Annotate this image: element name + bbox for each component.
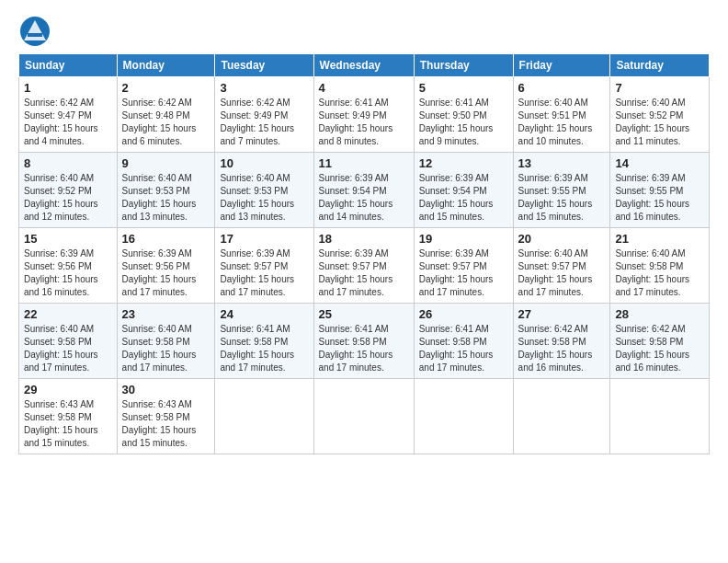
day-info: Sunrise: 6:41 AM Sunset: 9:58 PM Dayligh… — [319, 323, 409, 374]
calendar-cell: 11 Sunrise: 6:39 AM Sunset: 9:54 PM Dayl… — [313, 153, 414, 228]
calendar-week-2: 15 Sunrise: 6:39 AM Sunset: 9:56 PM Dayl… — [19, 228, 710, 304]
calendar-cell: 3 Sunrise: 6:42 AM Sunset: 9:49 PM Dayli… — [215, 77, 313, 153]
sunset-label: Sunset: 9:54 PM — [419, 186, 487, 196]
daylight-label: Daylight: 15 hours and 17 minutes. — [615, 274, 689, 297]
calendar-cell: 4 Sunrise: 6:41 AM Sunset: 9:49 PM Dayli… — [313, 77, 414, 153]
day-info: Sunrise: 6:41 AM Sunset: 9:58 PM Dayligh… — [419, 323, 508, 374]
col-sunday: Sunday — [19, 54, 118, 77]
daylight-label: Daylight: 15 hours and 9 minutes. — [419, 123, 494, 146]
calendar-header-row: Sunday Monday Tuesday Wednesday Thursday… — [19, 54, 710, 77]
sunset-label: Sunset: 9:49 PM — [319, 110, 387, 121]
day-info: Sunrise: 6:43 AM Sunset: 9:58 PM Dayligh… — [24, 398, 112, 450]
day-number: 7 — [615, 81, 704, 95]
day-info: Sunrise: 6:40 AM Sunset: 9:57 PM Dayligh… — [518, 247, 606, 299]
calendar-week-3: 22 Sunrise: 6:40 AM Sunset: 9:58 PM Dayl… — [19, 304, 710, 379]
daylight-label: Daylight: 15 hours and 17 minutes. — [24, 350, 98, 373]
calendar-cell: 9 Sunrise: 6:40 AM Sunset: 9:53 PM Dayli… — [117, 153, 215, 228]
sunrise-label: Sunrise: 6:40 AM — [24, 173, 94, 183]
sunset-label: Sunset: 9:58 PM — [122, 412, 190, 422]
sunset-label: Sunset: 9:58 PM — [518, 337, 586, 347]
day-number: 10 — [220, 156, 308, 170]
sunrise-label: Sunrise: 6:40 AM — [518, 248, 588, 259]
sunset-label: Sunset: 9:55 PM — [615, 186, 683, 196]
sunrise-label: Sunrise: 6:42 AM — [220, 98, 290, 108]
col-wednesday: Wednesday — [313, 54, 414, 77]
daylight-label: Daylight: 15 hours and 17 minutes. — [518, 274, 593, 297]
calendar-cell: 25 Sunrise: 6:41 AM Sunset: 9:58 PM Dayl… — [313, 304, 414, 379]
daylight-label: Daylight: 15 hours and 17 minutes. — [419, 350, 494, 373]
day-info: Sunrise: 6:39 AM Sunset: 9:57 PM Dayligh… — [319, 247, 409, 299]
day-info: Sunrise: 6:42 AM Sunset: 9:47 PM Dayligh… — [24, 97, 112, 148]
day-info: Sunrise: 6:40 AM Sunset: 9:58 PM Dayligh… — [615, 247, 704, 299]
sunrise-label: Sunrise: 6:42 AM — [615, 324, 685, 334]
day-number: 12 — [419, 156, 508, 170]
day-number: 8 — [24, 156, 112, 170]
day-number: 18 — [319, 232, 409, 246]
sunset-label: Sunset: 9:48 PM — [122, 110, 190, 121]
calendar-cell: 22 Sunrise: 6:40 AM Sunset: 9:58 PM Dayl… — [19, 304, 118, 379]
calendar-week-0: 1 Sunrise: 6:42 AM Sunset: 9:47 PM Dayli… — [19, 77, 710, 153]
day-number: 13 — [518, 156, 606, 170]
daylight-label: Daylight: 15 hours and 13 minutes. — [220, 199, 294, 222]
sunrise-label: Sunrise: 6:39 AM — [24, 248, 94, 259]
sunset-label: Sunset: 9:58 PM — [122, 337, 190, 347]
calendar-week-4: 29 Sunrise: 6:43 AM Sunset: 9:58 PM Dayl… — [19, 379, 710, 454]
day-number: 25 — [319, 307, 409, 321]
calendar-cell: 20 Sunrise: 6:40 AM Sunset: 9:57 PM Dayl… — [513, 228, 610, 304]
day-info: Sunrise: 6:40 AM Sunset: 9:52 PM Dayligh… — [615, 97, 704, 148]
sunset-label: Sunset: 9:58 PM — [24, 412, 92, 422]
day-number: 19 — [419, 232, 508, 246]
daylight-label: Daylight: 15 hours and 16 minutes. — [518, 350, 593, 373]
sunrise-label: Sunrise: 6:42 AM — [24, 98, 94, 108]
day-number: 16 — [122, 232, 210, 246]
day-info: Sunrise: 6:42 AM Sunset: 9:49 PM Dayligh… — [220, 97, 308, 148]
day-info: Sunrise: 6:39 AM Sunset: 9:56 PM Dayligh… — [24, 247, 112, 299]
daylight-label: Daylight: 15 hours and 6 minutes. — [122, 123, 197, 146]
daylight-label: Daylight: 15 hours and 4 minutes. — [24, 123, 98, 146]
sunset-label: Sunset: 9:50 PM — [419, 110, 487, 121]
day-number: 15 — [24, 232, 112, 246]
day-info: Sunrise: 6:39 AM Sunset: 9:55 PM Dayligh… — [615, 172, 704, 224]
sunrise-label: Sunrise: 6:41 AM — [319, 324, 389, 334]
calendar-cell: 18 Sunrise: 6:39 AM Sunset: 9:57 PM Dayl… — [313, 228, 414, 304]
calendar-cell: 23 Sunrise: 6:40 AM Sunset: 9:58 PM Dayl… — [117, 304, 215, 379]
day-number: 30 — [122, 383, 210, 396]
calendar-cell: 26 Sunrise: 6:41 AM Sunset: 9:58 PM Dayl… — [414, 304, 513, 379]
page: Sunday Monday Tuesday Wednesday Thursday… — [0, 0, 728, 464]
day-info: Sunrise: 6:39 AM Sunset: 9:57 PM Dayligh… — [419, 247, 508, 299]
sunset-label: Sunset: 9:57 PM — [419, 261, 487, 271]
calendar-cell: 16 Sunrise: 6:39 AM Sunset: 9:56 PM Dayl… — [117, 228, 215, 304]
sunrise-label: Sunrise: 6:39 AM — [615, 173, 685, 183]
day-info: Sunrise: 6:41 AM Sunset: 9:50 PM Dayligh… — [419, 97, 508, 148]
calendar-cell: 1 Sunrise: 6:42 AM Sunset: 9:47 PM Dayli… — [19, 77, 118, 153]
sunrise-label: Sunrise: 6:40 AM — [220, 173, 290, 183]
sunset-label: Sunset: 9:58 PM — [615, 337, 683, 347]
day-number: 22 — [24, 307, 112, 321]
sunrise-label: Sunrise: 6:41 AM — [419, 324, 489, 334]
calendar-cell — [610, 379, 710, 454]
calendar-week-1: 8 Sunrise: 6:40 AM Sunset: 9:52 PM Dayli… — [19, 153, 710, 228]
day-number: 17 — [220, 232, 308, 246]
calendar-cell — [414, 379, 513, 454]
calendar-cell: 2 Sunrise: 6:42 AM Sunset: 9:48 PM Dayli… — [117, 77, 215, 153]
calendar-cell: 24 Sunrise: 6:41 AM Sunset: 9:58 PM Dayl… — [215, 304, 313, 379]
day-number: 1 — [24, 81, 112, 95]
calendar-table: Sunday Monday Tuesday Wednesday Thursday… — [18, 53, 710, 454]
calendar-cell: 27 Sunrise: 6:42 AM Sunset: 9:58 PM Dayl… — [513, 304, 610, 379]
day-info: Sunrise: 6:43 AM Sunset: 9:58 PM Dayligh… — [122, 398, 210, 450]
svg-rect-2 — [28, 33, 42, 37]
calendar-cell — [513, 379, 610, 454]
sunrise-label: Sunrise: 6:39 AM — [319, 248, 389, 259]
sunrise-label: Sunrise: 6:39 AM — [122, 248, 192, 259]
logo — [18, 15, 55, 48]
calendar-cell: 19 Sunrise: 6:39 AM Sunset: 9:57 PM Dayl… — [414, 228, 513, 304]
day-number: 20 — [518, 232, 606, 246]
calendar-cell: 10 Sunrise: 6:40 AM Sunset: 9:53 PM Dayl… — [215, 153, 313, 228]
daylight-label: Daylight: 15 hours and 13 minutes. — [122, 199, 197, 222]
daylight-label: Daylight: 15 hours and 15 minutes. — [122, 425, 197, 448]
sunset-label: Sunset: 9:53 PM — [220, 186, 288, 196]
sunrise-label: Sunrise: 6:40 AM — [615, 248, 685, 259]
sunrise-label: Sunrise: 6:40 AM — [24, 324, 94, 334]
daylight-label: Daylight: 15 hours and 8 minutes. — [319, 123, 393, 146]
day-number: 26 — [419, 307, 508, 321]
